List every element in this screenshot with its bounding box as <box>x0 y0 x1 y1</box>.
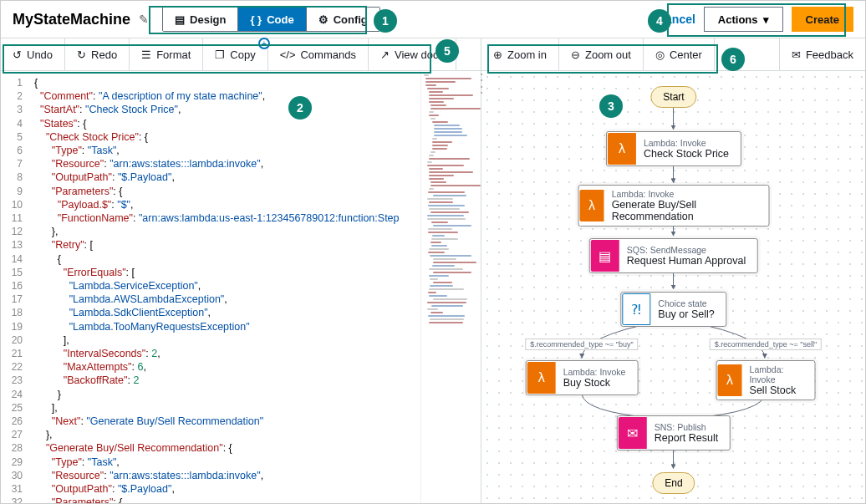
start-node[interactable]: Start <box>650 86 696 108</box>
zoom-out-icon: ⊖ <box>571 48 580 61</box>
feedback-button[interactable]: ✉Feedback <box>779 38 865 71</box>
actions-button[interactable]: Actions▾ <box>704 7 783 32</box>
code-icon: </> <box>280 48 296 61</box>
lambda-icon: λ <box>580 190 604 221</box>
node-report-result[interactable]: ✉ SNS: PublishReport Result <box>617 415 731 451</box>
page-title: MyStateMachine <box>13 11 130 28</box>
create-button[interactable]: Create <box>792 7 853 32</box>
center-icon: ◎ <box>655 48 665 61</box>
code-content[interactable]: { "Comment": "A description of my state … <box>28 71 420 503</box>
sns-icon: ✉ <box>619 417 647 449</box>
gear-icon: ⚙ <box>318 13 329 26</box>
zoom-in-button[interactable]: ⊕Zoom in <box>481 38 559 71</box>
lambda-icon: λ <box>718 364 742 396</box>
callout-2: 2 <box>288 96 312 120</box>
sqs-icon: ▤ <box>591 240 619 272</box>
callout-1: 1 <box>374 9 397 33</box>
callout-5: 5 <box>436 39 459 63</box>
node-sell-stock[interactable]: λ Lambda: InvokeSell Stock <box>716 360 816 400</box>
undo-icon: ↺ <box>13 48 22 61</box>
edit-name-icon[interactable]: ✎ <box>139 13 149 26</box>
choice-icon: ⁈ <box>622 293 650 325</box>
callout-6: 6 <box>721 48 745 71</box>
zoom-in-icon: ⊕ <box>493 48 502 61</box>
workflow-icon: ▤ <box>175 13 185 26</box>
zoom-out-button[interactable]: ⊖Zoom out <box>559 38 644 71</box>
commands-button[interactable]: </>Commands <box>268 38 369 71</box>
mode-tabs: ▤Design { }Code ⚙Config <box>162 7 380 32</box>
lambda-icon: λ <box>527 362 556 394</box>
redo-button[interactable]: ↻Redo <box>65 38 130 71</box>
end-node[interactable]: End <box>652 472 695 494</box>
node-check-stock-price[interactable]: λ Lambda: InvokeCheck Stock Price <box>606 131 741 166</box>
line-gutter: 1234567891011121314151617181920212223242… <box>1 71 28 503</box>
edge-label-sell: $.recommended_type ~= "sell" <box>710 339 822 350</box>
lambda-icon: λ <box>608 133 636 165</box>
undo-button[interactable]: ↺Undo <box>1 38 65 71</box>
pane-splitter[interactable] <box>478 71 485 96</box>
edge-label-buy: $.recommended_type ~= "buy" <box>525 339 638 350</box>
external-icon: ↗ <box>380 48 390 61</box>
tab-code[interactable]: { }Code <box>238 8 306 31</box>
braces-icon: { } <box>250 13 262 26</box>
node-buy-stock[interactable]: λ Lambda: InvokeBuy Stock <box>526 360 639 395</box>
header: MyStateMachine ✎ ▤Design { }Code ⚙Config… <box>1 1 865 38</box>
copy-icon: ❐ <box>215 48 225 61</box>
node-buy-or-sell[interactable]: ⁈ Choice stateBuy or Sell? <box>620 292 726 327</box>
tab-design[interactable]: ▤Design <box>163 8 238 31</box>
format-button[interactable]: ☰Format <box>130 38 203 71</box>
add-panel-handle[interactable]: + <box>258 38 270 49</box>
feedback-icon: ✉ <box>792 48 801 61</box>
callout-3: 3 <box>599 94 623 118</box>
center-button[interactable]: ◎Center <box>644 38 715 71</box>
node-request-human-approval[interactable]: ▤ SQS: SendMessageRequest Human Approval <box>589 238 758 273</box>
minimap[interactable] <box>420 71 481 503</box>
redo-icon: ↻ <box>77 48 86 61</box>
graph-pane[interactable]: Start λ Lambda: InvokeCheck Stock Price … <box>481 71 865 503</box>
tab-config[interactable]: ⚙Config <box>307 8 380 31</box>
code-editor[interactable]: 1234567891011121314151617181920212223242… <box>1 71 481 503</box>
caret-down-icon: ▾ <box>763 13 769 26</box>
node-generate-recommendation[interactable]: λ Lambda: InvokeGenerate Buy/Sell Recomm… <box>578 185 770 227</box>
callout-4: 4 <box>648 9 671 33</box>
format-icon: ☰ <box>141 48 151 61</box>
